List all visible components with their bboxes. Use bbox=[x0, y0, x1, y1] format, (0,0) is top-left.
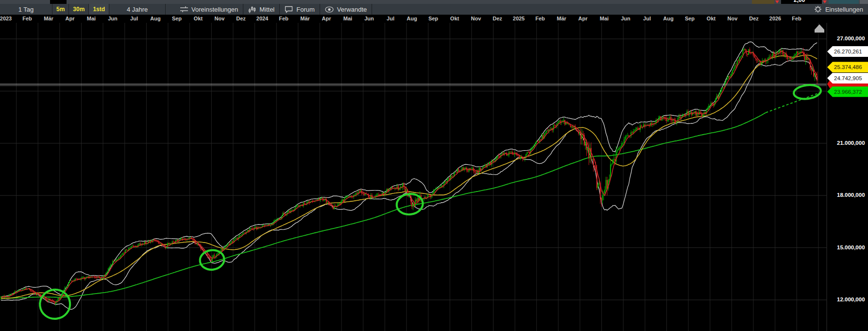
time-axis-label-dez: Dez bbox=[749, 16, 759, 21]
time-axis-label-jun: Jun bbox=[621, 16, 630, 21]
time-axis-label-mai: Mai bbox=[87, 16, 96, 21]
candlestick-chart-svg[interactable] bbox=[0, 0, 868, 331]
range-button-label: 1 Tag bbox=[18, 6, 34, 13]
time-axis-label-mär: Mär bbox=[557, 16, 566, 21]
time-axis-label-mai: Mai bbox=[343, 16, 352, 21]
time-axis-label-mär: Mär bbox=[44, 16, 53, 21]
time-axis-label-2023: 2023 bbox=[0, 16, 12, 21]
chart-background bbox=[0, 15, 868, 331]
time-axis-label-sep: Sep bbox=[685, 16, 695, 21]
ma-long-tag: 23.966,372 bbox=[827, 87, 868, 97]
price-scale-label: 18.000,000 bbox=[837, 192, 865, 198]
down-arrow-icon bbox=[823, 0, 827, 3]
time-axis-label-aug: Aug bbox=[150, 16, 160, 21]
time-axis-label-jun: Jun bbox=[364, 16, 374, 21]
time-axis-label-feb: Feb bbox=[792, 16, 801, 21]
forum-button[interactable]: Forum bbox=[280, 4, 320, 15]
span-button[interactable]: 4 Jahre bbox=[109, 4, 166, 15]
toolbar-spacer bbox=[372, 4, 809, 15]
time-axis-label-jul: Jul bbox=[130, 16, 138, 21]
settings-label: Einstellungen bbox=[825, 6, 863, 13]
time-axis-label-feb: Feb bbox=[535, 16, 545, 21]
bollinger-upper-tag: 26.270,261 bbox=[827, 46, 868, 57]
quote-value: 2,00 bbox=[794, 0, 805, 3]
forum-label: Forum bbox=[296, 6, 315, 13]
interval-1std-button[interactable]: 1std bbox=[89, 4, 109, 15]
time-axis-label-aug: Aug bbox=[407, 16, 417, 21]
span-button-label: 4 Jahre bbox=[127, 6, 148, 13]
time-axis-label-mai: Mai bbox=[600, 16, 609, 21]
interval-5m-button[interactable]: 5m bbox=[52, 4, 69, 15]
time-axis-label-nov: Nov bbox=[728, 16, 738, 21]
time-axis-label-dez: Dez bbox=[493, 16, 502, 21]
presets-button[interactable]: Voreinstellungen bbox=[175, 4, 243, 15]
time-axis-label-dez: Dez bbox=[236, 16, 246, 21]
time-axis-label-mär: Mär bbox=[300, 16, 310, 21]
time-axis-label-okt: Okt bbox=[194, 16, 203, 21]
time-axis-label-apr: Apr bbox=[579, 16, 588, 21]
quote-cell bbox=[829, 0, 859, 4]
mittel-button[interactable]: Mittel bbox=[243, 4, 280, 15]
time-axis-label-aug: Aug bbox=[663, 16, 673, 21]
toolbar-gap bbox=[166, 4, 175, 15]
price-scale-label: 15.000,000 bbox=[837, 244, 865, 250]
interval-5m-label: 5m bbox=[56, 6, 65, 13]
speech-bubble-icon bbox=[285, 6, 293, 13]
mittel-label: Mittel bbox=[259, 6, 274, 13]
time-axis-label-nov: Nov bbox=[471, 16, 481, 21]
time-axis-label-jul: Jul bbox=[387, 16, 394, 21]
time-axis-label-nov: Nov bbox=[215, 16, 225, 21]
price-axis[interactable]: 27.000,00021.000,00018.000,00015.000,000… bbox=[827, 23, 868, 331]
interval-30m-button[interactable]: 30m bbox=[69, 4, 89, 15]
time-axis-label-2026: 2026 bbox=[769, 16, 781, 21]
time-axis-label-2024: 2024 bbox=[256, 16, 268, 21]
chart-canvas[interactable] bbox=[0, 0, 868, 331]
time-axis-label-feb: Feb bbox=[279, 16, 289, 21]
gear-icon bbox=[814, 5, 822, 13]
related-button[interactable]: Verwandte bbox=[320, 4, 372, 15]
down-arrow-icon bbox=[775, 0, 779, 3]
chart-toolbar: 1 Tag 5m 30m 1std 4 Jahre Voreinstellung… bbox=[0, 4, 868, 15]
sliders-icon bbox=[180, 6, 188, 13]
interval-1std-label: 1std bbox=[93, 6, 105, 13]
time-axis-label-apr: Apr bbox=[66, 16, 75, 21]
time-axis-label-apr: Apr bbox=[322, 16, 331, 21]
time-axis-label-feb: Feb bbox=[22, 16, 32, 21]
quote-cell bbox=[752, 0, 774, 4]
time-axis-label-2025: 2025 bbox=[513, 16, 525, 21]
top-quote-strip: 2,00 bbox=[0, 0, 868, 4]
time-axis-label-jul: Jul bbox=[643, 16, 651, 21]
quote-box: 2,00 bbox=[781, 0, 822, 4]
price-scale-label: 27.000,000 bbox=[837, 35, 865, 41]
candlestick-icon bbox=[248, 6, 256, 13]
price-scale-label: 12.000,000 bbox=[837, 296, 865, 302]
time-axis-label-jun: Jun bbox=[108, 16, 118, 21]
related-label: Verwandte bbox=[337, 6, 367, 13]
quote-box bbox=[50, 0, 67, 4]
bollinger-lower-tag: 24.742,905 bbox=[827, 73, 868, 84]
time-axis-label-sep: Sep bbox=[172, 16, 182, 21]
settings-button[interactable]: Einstellungen bbox=[809, 4, 868, 15]
range-button[interactable]: 1 Tag bbox=[0, 4, 52, 15]
eye-icon bbox=[325, 6, 334, 13]
quote-cell bbox=[860, 0, 868, 4]
time-axis-label-okt: Okt bbox=[450, 16, 459, 21]
time-axis-label-okt: Okt bbox=[707, 16, 715, 21]
chart-application: 2,00 1 Tag 5m 30m 1std 4 Jahre bbox=[0, 0, 868, 331]
interval-30m-label: 30m bbox=[73, 6, 85, 13]
price-scale-label: 21.000,000 bbox=[837, 140, 865, 146]
time-axis[interactable]: 2023FebMärAprMaiJunJulAugSepOktNovDez202… bbox=[0, 15, 868, 23]
presets-label: Voreinstellungen bbox=[191, 6, 238, 13]
ma-mid-tag: 25.374,486 bbox=[827, 62, 868, 72]
time-axis-label-sep: Sep bbox=[428, 16, 438, 21]
